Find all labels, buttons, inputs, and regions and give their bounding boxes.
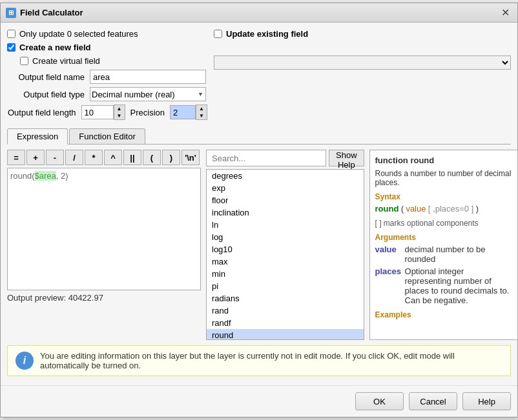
output-field-name-row: Output field name [7, 70, 207, 84]
output-field-type-label: Output field type [7, 90, 85, 99]
btn-divide[interactable]: / [65, 150, 83, 165]
search-input[interactable] [206, 150, 326, 166]
list-item[interactable]: degrees [207, 170, 364, 182]
list-item[interactable]: log [207, 231, 364, 243]
help-syntax-fn: round [375, 204, 399, 214]
expr-rest: , 2) [56, 171, 68, 181]
create-virtual-checkbox[interactable] [20, 57, 28, 65]
tab-function-editor[interactable]: Function Editor [69, 128, 145, 144]
app-icon: ⊞ [6, 8, 16, 18]
create-new-field-checkbox[interactable] [7, 43, 16, 52]
list-item[interactable]: randf [207, 317, 364, 329]
function-list-panel: Show Help degreesexpfloorinclinationlnlo… [206, 150, 364, 340]
list-item[interactable]: min [207, 268, 364, 280]
output-field-name-label: Output field name [7, 72, 85, 82]
create-new-field-row: Create a new field [7, 43, 207, 52]
update-existing-select[interactable] [214, 55, 511, 70]
info-bar: i You are editing information on this la… [7, 345, 511, 376]
length-down-btn[interactable]: ▼ [114, 112, 125, 119]
list-item[interactable]: log10 [207, 243, 364, 255]
output-field-length-row: Output field length ▲ ▼ Precision ▲ [7, 105, 207, 120]
help-syntax-close: ) [476, 204, 479, 214]
output-field-length-label: Output field length [7, 108, 76, 117]
list-item[interactable]: floor [207, 194, 364, 206]
precision-up-btn[interactable]: ▲ [196, 105, 207, 112]
help-arguments-label: Arguments [375, 233, 512, 242]
only-update-label: Only update 0 selected features [19, 29, 138, 39]
output-field-name-input[interactable] [90, 70, 206, 84]
arg-value-row: value decimal number to be rounded [375, 245, 512, 264]
update-existing-label: Update existing field [226, 29, 308, 39]
btn-power[interactable]: ^ [104, 150, 122, 165]
btn-multiply[interactable]: * [85, 150, 103, 165]
btn-minus[interactable]: - [46, 150, 64, 165]
output-preview-label: Output preview: [7, 293, 66, 303]
update-existing-checkbox[interactable] [214, 30, 222, 38]
help-button[interactable]: Help [462, 392, 511, 410]
create-new-field-label: Create a new field [19, 43, 91, 52]
list-item[interactable]: max [207, 255, 364, 268]
show-help-button[interactable]: Show Help [329, 150, 364, 166]
output-field-type-row: Output field type Decimal number (real) [7, 87, 207, 101]
btn-equals[interactable]: = [7, 150, 25, 165]
tab-expression[interactable]: Expression [7, 128, 68, 145]
help-syntax-open: ( [401, 204, 404, 214]
search-row: Show Help [206, 150, 364, 166]
btn-close-paren[interactable]: ) [162, 150, 180, 165]
arg-places-name: places [375, 266, 401, 305]
help-syntax: round ( value [ ,places=0 ] ) [375, 204, 512, 214]
function-list-wrapper: degreesexpfloorinclinationlnloglog10maxm… [206, 169, 364, 340]
help-title: function round [375, 155, 512, 165]
btn-concat[interactable]: || [123, 150, 141, 165]
btn-open-paren[interactable]: ( [143, 150, 161, 165]
function-list[interactable]: degreesexpfloorinclinationlnloglog10maxm… [206, 169, 364, 340]
expression-panel: = + - / * ^ || ( ) '\n' round($area, 2) … [7, 150, 201, 340]
dialog-body: Only update 0 selected features Create a… [1, 23, 517, 383]
output-field-type-select-wrap: Decimal number (real) [90, 87, 206, 101]
ok-button[interactable]: OK [355, 392, 404, 410]
top-left: Only update 0 selected features Create a… [7, 29, 207, 123]
length-input[interactable] [81, 105, 114, 119]
field-calculator-dialog: ⊞ Field Calculator ✕ Only update 0 selec… [0, 3, 518, 417]
precision-down-btn[interactable]: ▼ [196, 112, 207, 119]
tabs-row: Expression Function Editor [7, 128, 511, 145]
precision-input[interactable] [170, 105, 196, 119]
expression-editor-container[interactable]: round($area, 2) [7, 168, 201, 290]
title-bar: ⊞ Field Calculator ✕ [1, 3, 517, 23]
main-area: = + - / * ^ || ( ) '\n' round($area, 2) … [7, 150, 511, 340]
expr-function-name: round( [10, 171, 35, 181]
precision-label: Precision [130, 108, 165, 117]
top-right: Update existing field [207, 29, 511, 123]
list-item[interactable]: ln [207, 219, 364, 231]
expr-arg-highlighted: $area [35, 171, 56, 181]
help-examples-label: Examples [375, 310, 512, 319]
output-field-type-select[interactable]: Decimal number (real) [90, 87, 206, 101]
button-row: OK Cancel Help [1, 385, 517, 417]
cancel-button[interactable]: Cancel [409, 392, 457, 410]
length-spinner-btns: ▲ ▼ [114, 105, 125, 120]
list-item[interactable]: exp [207, 182, 364, 194]
create-virtual-label: Create virtual field [32, 56, 100, 66]
help-description: Rounds a number to number of decimal pla… [375, 169, 512, 187]
create-virtual-row: Create virtual field [7, 56, 207, 66]
help-syntax-optional: [ ,places=0 ] [428, 204, 473, 214]
list-item[interactable]: rand [207, 305, 364, 317]
length-up-btn[interactable]: ▲ [114, 105, 125, 112]
list-item[interactable]: round [207, 329, 364, 340]
list-item[interactable]: pi [207, 280, 364, 292]
output-preview-row: Output preview: 40422.97 [7, 293, 201, 303]
list-item[interactable]: radians [207, 292, 364, 305]
precision-spinner-btns: ▲ ▼ [196, 105, 207, 120]
close-button[interactable]: ✕ [499, 6, 512, 19]
info-message: You are editing information on this laye… [40, 351, 502, 370]
arg-value-desc: decimal number to be rounded [405, 245, 512, 264]
dialog-title: Field Calculator [20, 8, 83, 17]
update-existing-row: Update existing field [214, 29, 511, 39]
arg-places-row: places Optional integer representing num… [375, 266, 512, 305]
btn-newline[interactable]: '\n' [181, 150, 200, 165]
only-update-row: Only update 0 selected features [7, 29, 207, 39]
btn-plus[interactable]: + [26, 150, 45, 165]
only-update-checkbox[interactable] [7, 30, 16, 38]
list-item[interactable]: inclination [207, 206, 364, 219]
arg-value-name: value [375, 245, 401, 264]
